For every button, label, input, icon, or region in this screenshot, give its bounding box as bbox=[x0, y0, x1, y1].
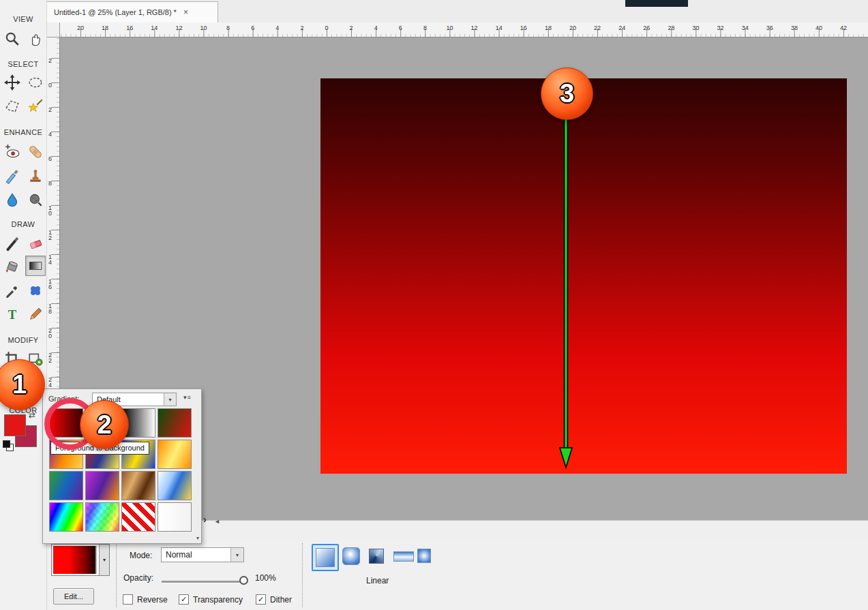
options-separator-2 bbox=[302, 543, 303, 607]
app-window: Untitled-1 @ 25% (Layer 1, RGB/8) * × › … bbox=[0, 0, 868, 610]
tab-close-icon[interactable]: × bbox=[183, 7, 188, 17]
sponge-tool-button[interactable] bbox=[25, 189, 46, 210]
magic-wand-tool-button[interactable] bbox=[25, 96, 46, 117]
spot-healing-tool-button[interactable] bbox=[25, 142, 46, 162]
ruler-label-v: 1 4 bbox=[48, 254, 52, 265]
gradient-swatch[interactable] bbox=[158, 471, 192, 500]
ruler-label-v: 2 2 bbox=[48, 352, 52, 363]
gradient-preview-arrow-icon[interactable]: ▾ bbox=[99, 545, 109, 575]
ruler-corner bbox=[46, 22, 60, 37]
eraser-tool-button[interactable] bbox=[25, 233, 46, 254]
transparency-checkbox-box[interactable]: ✓ bbox=[179, 594, 189, 605]
ruler-horizontal: 2018161412108642024681012141618202224262… bbox=[60, 22, 868, 37]
ruler-label-v: 8 bbox=[48, 181, 52, 186]
ruler-label-h: 4 bbox=[275, 25, 279, 31]
ruler-label-v: 6 bbox=[48, 156, 52, 162]
linear-gradient-button[interactable] bbox=[312, 544, 339, 571]
mode-value: Normal bbox=[166, 550, 192, 560]
reverse-checkbox[interactable]: Reverse bbox=[123, 594, 168, 605]
ruler-label-h: 10 bbox=[446, 25, 453, 31]
ruler-label-h: 0 bbox=[325, 25, 328, 31]
document-tab[interactable]: Untitled-1 @ 25% (Layer 1, RGB/8) * × bbox=[46, 1, 218, 22]
scroll-left-icon[interactable]: ◄ bbox=[214, 518, 220, 525]
move-tool-button[interactable] bbox=[2, 72, 23, 93]
color-swatches: ⇄ bbox=[3, 412, 45, 454]
zoom-tool-button[interactable] bbox=[2, 29, 23, 49]
gradient-swatch-fill bbox=[158, 472, 191, 500]
foreground-color-swatch[interactable] bbox=[4, 414, 26, 436]
callout-badge-3-number: 3 bbox=[560, 79, 574, 108]
document-canvas[interactable] bbox=[320, 78, 847, 474]
brush-tool-button[interactable] bbox=[2, 233, 23, 254]
ruler-label-h: 42 bbox=[840, 25, 847, 31]
ruler-label-h: 8 bbox=[423, 25, 427, 31]
dither-checkbox[interactable]: ✓ Dither bbox=[256, 594, 292, 605]
ruler-label-h: 40 bbox=[815, 25, 822, 31]
clone-stamp-tool-button[interactable] bbox=[25, 166, 46, 186]
hand-tool-button[interactable] bbox=[25, 29, 46, 49]
dropdown-arrow-icon[interactable]: ▾ bbox=[164, 393, 176, 406]
type-tool-button[interactable]: T bbox=[2, 304, 23, 324]
gradient-swatch[interactable] bbox=[158, 502, 192, 532]
gradient-swatch[interactable] bbox=[49, 502, 83, 532]
options-separator bbox=[116, 543, 117, 607]
picker-scroll-icon[interactable]: ▾ bbox=[196, 535, 199, 541]
gradient-swatch[interactable] bbox=[49, 471, 83, 500]
gradient-swatch-fill bbox=[158, 440, 191, 468]
ruler-label-v: 1 2 bbox=[48, 230, 52, 241]
transparency-checkbox-label: Transparency bbox=[193, 595, 243, 605]
gradient-swatch[interactable] bbox=[121, 471, 155, 500]
shape-tool-button[interactable] bbox=[25, 280, 46, 301]
radial-gradient-icon bbox=[342, 547, 360, 565]
callout-badge-1-number: 1 bbox=[12, 370, 27, 399]
opacity-slider-knob[interactable] bbox=[239, 576, 248, 585]
callout-badge-2-number: 2 bbox=[97, 410, 111, 440]
dither-checkbox-box[interactable]: ✓ bbox=[256, 594, 266, 605]
ruler-label-v: 4 bbox=[48, 132, 52, 137]
lasso-tool-button[interactable] bbox=[2, 96, 23, 117]
ruler-label-h: 14 bbox=[151, 25, 158, 31]
section-label-select: SELECT bbox=[0, 60, 46, 68]
red-eye-tool-button[interactable] bbox=[2, 142, 23, 162]
edit-gradient-button-label: Edit... bbox=[64, 592, 83, 600]
gradient-swatch[interactable] bbox=[85, 502, 119, 532]
section-label-draw: DRAW bbox=[0, 220, 46, 228]
marquee-tool-button[interactable] bbox=[25, 72, 46, 93]
gradient-swatch-fill bbox=[158, 409, 191, 437]
default-colors-icon[interactable] bbox=[3, 440, 10, 448]
reflected-gradient-button[interactable] bbox=[393, 551, 414, 561]
tab-bar: Untitled-1 @ 25% (Layer 1, RGB/8) * × bbox=[46, 0, 868, 23]
mode-dropdown-arrow-icon[interactable]: ▾ bbox=[230, 548, 243, 562]
gradient-swatch[interactable] bbox=[158, 440, 192, 469]
gradient-swatch[interactable] bbox=[121, 502, 155, 532]
gradient-preview-combo[interactable]: ▾ bbox=[51, 544, 110, 576]
gradient-swatch[interactable] bbox=[158, 408, 192, 438]
picker-menu-icon[interactable]: ▾≡ bbox=[183, 394, 192, 401]
diamond-gradient-button[interactable] bbox=[417, 549, 431, 562]
radial-gradient-button[interactable] bbox=[342, 547, 360, 565]
blur-tool-button[interactable] bbox=[2, 189, 23, 210]
paint-bucket-tool-button[interactable] bbox=[2, 256, 23, 276]
callout-badge-3: 3 bbox=[541, 67, 593, 120]
gradient-tool-button[interactable] bbox=[25, 256, 46, 276]
ruler-label-v: 1 0 bbox=[48, 205, 52, 216]
ruler-label-h: 20 bbox=[77, 25, 84, 31]
opacity-slider-track[interactable] bbox=[162, 581, 242, 583]
pencil-tool-button[interactable] bbox=[25, 304, 46, 324]
window-edge-artifact bbox=[625, 0, 688, 7]
ruler-label-v: 2 4 bbox=[48, 377, 52, 388]
gradient-swatch[interactable] bbox=[85, 471, 119, 500]
edit-gradient-button[interactable]: Edit... bbox=[53, 588, 94, 605]
scroll-right-icon[interactable]: › bbox=[203, 514, 207, 525]
ruler-label-h: 28 bbox=[668, 25, 674, 31]
smart-brush-tool-button[interactable] bbox=[2, 166, 23, 186]
transparency-checkbox[interactable]: ✓ Transparency bbox=[179, 594, 243, 605]
reverse-checkbox-box[interactable] bbox=[123, 594, 133, 605]
gradient-swatch-fill bbox=[122, 503, 155, 531]
eyedropper-tool-button[interactable] bbox=[2, 280, 23, 301]
ruler-label-h: 38 bbox=[791, 25, 798, 31]
swap-colors-icon[interactable]: ⇄ bbox=[29, 410, 35, 420]
mode-dropdown[interactable]: Normal ▾ bbox=[161, 547, 244, 562]
angle-gradient-button[interactable] bbox=[369, 549, 384, 564]
document-tab-title: Untitled-1 @ 25% (Layer 1, RGB/8) * bbox=[54, 8, 177, 16]
